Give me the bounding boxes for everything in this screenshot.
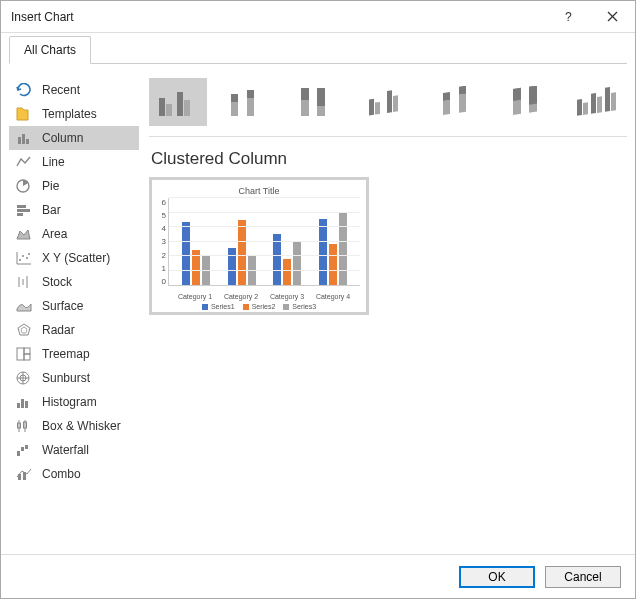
svg-rect-68 [605,87,610,112]
variant-clustered-column[interactable] [149,78,207,126]
svg-rect-21 [17,348,24,360]
templates-icon [15,106,33,122]
sidebar-item-waterfall[interactable]: Waterfall [9,438,139,462]
svg-rect-66 [591,93,596,114]
sidebar-item-combo[interactable]: Combo [9,462,139,486]
sidebar-item-label: Line [42,155,65,169]
sidebar-item-treemap[interactable]: Treemap [9,342,139,366]
variant-3d-clustered-column[interactable] [359,78,417,126]
svg-rect-22 [24,348,30,354]
surface-icon [15,298,33,314]
svg-rect-42 [177,92,183,116]
svg-rect-69 [611,92,616,111]
chart-type-sidebar: Recent Templates Column Line Pie Bar Are… [9,78,139,546]
sidebar-item-sunburst[interactable]: Sunburst [9,366,139,390]
window-controls: ? [545,1,635,33]
sunburst-icon [15,370,33,386]
radar-icon [15,322,33,338]
sidebar-item-label: Column [42,131,83,145]
sidebar-item-label: Histogram [42,395,97,409]
help-button[interactable]: ? [545,1,590,33]
sidebar-item-line[interactable]: Line [9,150,139,174]
sidebar-item-column[interactable]: Column [9,126,139,150]
sidebar-item-label: Recent [42,83,80,97]
ok-button[interactable]: OK [459,566,535,588]
combo-icon [15,466,33,482]
sidebar-item-label: Combo [42,467,81,481]
column-variants [149,78,627,137]
svg-rect-49 [301,88,309,100]
sidebar-item-label: Sunburst [42,371,90,385]
insert-chart-dialog: Insert Chart ? All Charts Recent Templat… [0,0,636,599]
variant-100-stacked-column[interactable] [289,78,347,126]
svg-rect-52 [369,99,374,116]
chart-area: 6543210 [158,198,360,291]
sidebar-item-label: Area [42,227,67,241]
bar [283,259,291,285]
sidebar-item-recent[interactable]: Recent [9,78,139,102]
svg-rect-41 [166,104,172,116]
titlebar: Insert Chart ? [1,1,635,33]
sidebar-item-surface[interactable]: Surface [9,294,139,318]
svg-rect-53 [375,102,380,115]
cancel-button[interactable]: Cancel [545,566,621,588]
legend: Series1Series2Series3 [158,303,360,310]
sidebar-item-label: Stock [42,275,72,289]
category-group [223,220,261,285]
svg-rect-63 [529,86,537,105]
sidebar-item-label: Box & Whisker [42,419,121,433]
variant-3d-stacked-column[interactable] [429,78,487,126]
line-icon [15,154,33,170]
variant-3d-column[interactable] [569,78,627,126]
svg-rect-64 [577,99,582,116]
category-group [177,222,215,285]
treemap-icon [15,346,33,362]
sidebar-item-label: Radar [42,323,75,337]
sidebar-item-boxwhisker[interactable]: Box & Whisker [9,414,139,438]
bar-icon [15,202,33,218]
dialog-title: Insert Chart [11,10,74,24]
sidebar-item-bar[interactable]: Bar [9,198,139,222]
svg-rect-35 [17,451,20,456]
svg-rect-29 [21,399,24,408]
chart-preview[interactable]: Chart Title 6543210 Category 1Category 2… [149,177,369,315]
variant-stacked-column[interactable] [219,78,277,126]
bar [228,248,236,285]
svg-rect-5 [26,139,29,144]
svg-rect-3 [18,137,21,144]
svg-point-13 [22,255,24,257]
variant-3d-100-stacked-column[interactable] [499,78,557,126]
plot-area [168,198,360,286]
sidebar-item-stock[interactable]: Stock [9,270,139,294]
sidebar-item-area[interactable]: Area [9,222,139,246]
svg-rect-44 [231,102,238,116]
sidebar-item-label: X Y (Scatter) [42,251,110,265]
tab-all-charts[interactable]: All Charts [9,36,91,64]
column-icon [15,130,33,146]
svg-text:?: ? [565,11,572,23]
svg-rect-7 [17,205,26,208]
svg-rect-43 [184,100,190,116]
bar [182,222,190,285]
svg-rect-37 [25,445,28,449]
waterfall-icon [15,442,33,458]
recent-icon [15,82,33,98]
sidebar-item-templates[interactable]: Templates [9,102,139,126]
stock-icon [15,274,33,290]
sidebar-item-pie[interactable]: Pie [9,174,139,198]
svg-point-15 [28,253,30,255]
sidebar-item-histogram[interactable]: Histogram [9,390,139,414]
variant-name: Clustered Column [151,149,627,169]
svg-point-12 [19,259,21,261]
dialog-content: Recent Templates Column Line Pie Bar Are… [1,64,635,554]
sidebar-item-radar[interactable]: Radar [9,318,139,342]
close-button[interactable] [590,1,635,33]
histogram-icon [15,394,33,410]
sidebar-item-label: Treemap [42,347,90,361]
sidebar-item-scatter[interactable]: X Y (Scatter) [9,246,139,270]
svg-rect-4 [22,134,25,144]
chart-title: Chart Title [158,186,360,196]
main-panel: Clustered Column Chart Title 6543210 Cat… [149,78,627,546]
sidebar-item-label: Pie [42,179,59,193]
svg-rect-59 [459,86,466,95]
